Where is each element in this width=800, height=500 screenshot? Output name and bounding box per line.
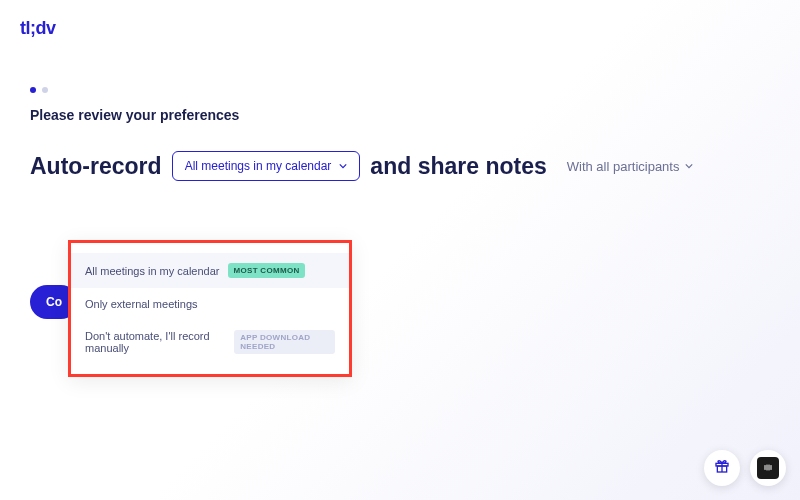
preference-sentence: Auto-record All meetings in my calendar … (30, 151, 770, 181)
intercom-icon (757, 457, 779, 479)
dropdown-option-label: Only external meetings (85, 298, 198, 310)
app-download-badge: APP DOWNLOAD NEEDED (234, 330, 335, 354)
main-content: Please review your preferences Auto-reco… (0, 87, 800, 181)
floating-actions (704, 450, 786, 486)
gift-button[interactable] (704, 450, 740, 486)
stepper (30, 87, 770, 93)
sentence-part1: Auto-record (30, 153, 162, 180)
chevron-down-icon (685, 162, 693, 170)
step-dot-1 (30, 87, 36, 93)
gift-icon (714, 458, 730, 478)
record-dropdown-trigger[interactable]: All meetings in my calendar (172, 151, 361, 181)
dropdown-option-label: All meetings in my calendar (85, 265, 220, 277)
dropdown-option-label: Don't automate, I'll record manually (85, 330, 226, 354)
dropdown-option-external[interactable]: Only external meetings (71, 288, 349, 320)
share-dropdown-trigger[interactable]: With all participants (557, 159, 694, 174)
record-dropdown-panel: All meetings in my calendar MOST COMMON … (68, 240, 352, 377)
intercom-button[interactable] (750, 450, 786, 486)
chevron-down-icon (339, 162, 347, 170)
record-dropdown-value: All meetings in my calendar (185, 159, 332, 173)
logo: tl;dv (20, 18, 780, 39)
sentence-part2: and share notes (370, 153, 546, 180)
most-common-badge: MOST COMMON (228, 263, 306, 278)
step-dot-2 (42, 87, 48, 93)
page-subtitle: Please review your preferences (30, 107, 770, 123)
header: tl;dv (0, 0, 800, 57)
dropdown-option-manual[interactable]: Don't automate, I'll record manually APP… (71, 320, 349, 364)
dropdown-option-all-meetings[interactable]: All meetings in my calendar MOST COMMON (71, 253, 349, 288)
share-dropdown-value: With all participants (567, 159, 680, 174)
